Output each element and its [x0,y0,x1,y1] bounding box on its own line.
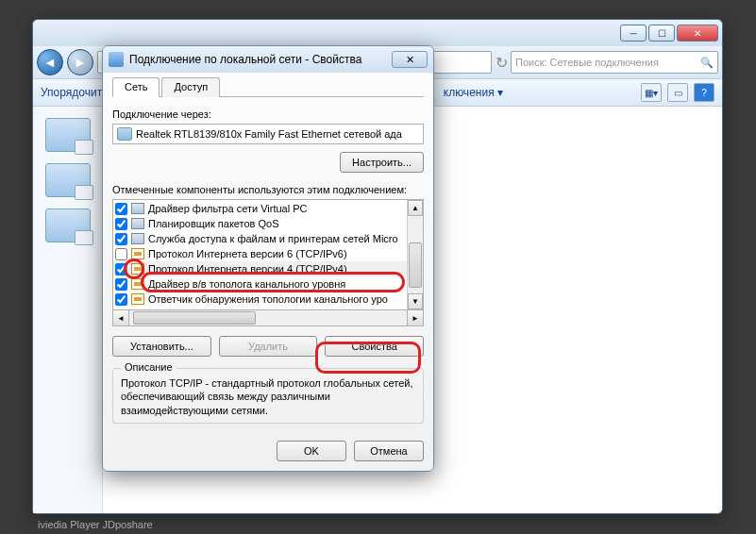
tab-access[interactable]: Доступ [161,77,220,97]
component-row[interactable]: Протокол Интернета версии 4 (TCP/IPv4) [113,261,407,276]
network-icon[interactable] [45,209,91,242]
maximize-button[interactable]: ☐ [648,25,675,42]
dialog-title: Подключение по локальной сети - Свойства [129,53,361,66]
adapter-icon [117,127,132,141]
component-label: Служба доступа к файлам и принтерам сете… [148,233,398,244]
search-icon: 🔍 [700,57,714,69]
explorer-titlebar: ─ ☐ ✕ [33,20,722,46]
network-icon[interactable] [45,118,91,152]
scroll-up-icon[interactable]: ▲ [408,200,423,216]
component-row[interactable]: Драйвер фильтра сети Virtual PC [113,201,407,216]
tab-network[interactable]: Сеть [112,77,160,97]
scroll-left-icon[interactable]: ◄ [113,310,129,325]
horizontal-scrollbar[interactable]: ◄ ► [112,310,424,326]
adapter-field: Realtek RTL8139/810x Family Fast Etherne… [112,124,424,144]
protocol-icon [131,293,144,305]
vertical-scrollbar[interactable]: ▲ ▼ [407,200,423,309]
preview-icon[interactable]: ▭ [667,83,688,102]
refresh-icon[interactable]: ↻ [496,54,507,72]
forward-button[interactable]: ► [67,49,93,75]
connect-via-label: Подключение через: [112,108,424,120]
view-icon[interactable]: ▦▾ [641,83,662,102]
component-label: Драйвер в/в тополога канального уровня [148,278,345,290]
component-row[interactable]: Ответчик обнаружения топологии канальног… [113,292,407,307]
dialog-close-button[interactable]: ✕ [392,51,428,68]
component-checkbox[interactable] [115,248,127,260]
service-icon [131,203,144,214]
component-checkbox[interactable] [115,233,127,245]
component-row[interactable]: Протокол Интернета версии 6 (TCP/IPv6) [113,246,407,261]
component-checkbox[interactable] [115,263,127,275]
cancel-button[interactable]: Отмена [354,441,424,461]
component-label: Протокол Интернета версии 4 (TCP/IPv4) [148,263,347,275]
scroll-thumb[interactable] [409,242,422,288]
help-icon[interactable]: ? [694,83,714,102]
back-button[interactable]: ◄ [37,49,63,75]
description-group: Описание Протокол TCP/IP - стандартный п… [112,368,424,424]
component-row[interactable]: Планировщик пакетов QoS [113,216,407,231]
protocol-icon [131,263,144,275]
toolbar-item[interactable]: ключения ▾ [444,86,503,99]
configure-button[interactable]: Настроить... [340,152,424,173]
component-label: Драйвер фильтра сети Virtual PC [148,203,307,214]
scroll-down-icon[interactable]: ▼ [408,293,423,309]
install-button[interactable]: Установить... [112,336,211,357]
description-title: Описание [121,361,176,373]
explorer-sidebar [33,107,103,513]
service-icon [131,233,144,244]
close-button[interactable]: ✕ [677,25,718,42]
component-checkbox[interactable] [115,293,127,306]
remove-button: Удалить [219,336,318,357]
properties-dialog: Подключение по локальной сети - Свойства… [102,45,434,472]
description-text: Протокол TCP/IP - стандартный протокол г… [121,376,415,417]
dialog-titlebar[interactable]: Подключение по локальной сети - Свойства… [103,46,433,73]
component-label: Планировщик пакетов QoS [148,218,279,229]
properties-button[interactable]: Свойства [325,336,424,357]
taskbar-text: iviedia Player JDposhare [38,519,153,530]
network-icon[interactable] [45,163,91,197]
component-row[interactable]: Драйвер в/в тополога канального уровня [113,276,407,292]
search-placeholder: Поиск: Сетевые подключения [515,57,659,68]
scroll-right-icon[interactable]: ► [407,310,423,325]
protocol-icon [131,248,144,259]
component-checkbox[interactable] [115,203,127,215]
minimize-button[interactable]: ─ [620,25,647,42]
scroll-thumb[interactable] [133,311,256,325]
tab-strip: Сеть Доступ [112,76,424,97]
ok-button[interactable]: OK [277,441,346,461]
service-icon [131,218,144,229]
component-checkbox[interactable] [115,278,127,291]
component-label: Ответчик обнаружения топологии канальног… [148,293,388,305]
protocol-icon [131,278,144,290]
component-checkbox[interactable] [115,218,127,230]
connection-icon [109,52,124,67]
components-list: Драйвер фильтра сети Virtual PCПланировщ… [112,199,424,310]
dialog-footer: OK Отмена [103,433,433,471]
components-label: Отмеченные компоненты используются этим … [112,184,424,195]
component-row[interactable]: Служба доступа к файлам и принтерам сете… [113,231,407,246]
search-input[interactable]: Поиск: Сетевые подключения 🔍 [511,51,718,74]
adapter-name: Realtek RTL8139/810x Family Fast Etherne… [136,128,402,140]
component-label: Протокол Интернета версии 6 (TCP/IPv6) [148,248,347,259]
